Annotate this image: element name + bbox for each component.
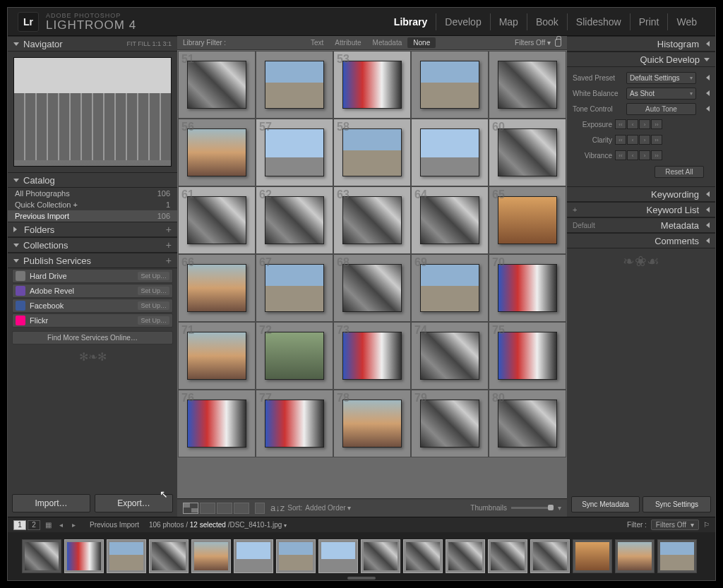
setup-button[interactable]: Set Up… [138,316,169,325]
filmstrip-cell[interactable] [191,539,231,573]
preset-collapse-icon[interactable] [703,75,710,80]
publish-service-item[interactable]: FacebookSet Up… [12,299,173,313]
navigator-header[interactable]: Navigator FIT FILL 1:1 3:1 [8,36,177,52]
sync-metadata-button[interactable]: Sync Metadata [571,496,640,512]
grid-cell[interactable]: 80 [489,390,566,457]
setup-button[interactable]: Set Up… [138,287,169,295]
flag-filter-icon[interactable]: ⚐ [703,521,710,529]
filmstrip-cell[interactable] [149,539,189,573]
module-slideshow[interactable]: Slideshow [568,13,631,30]
grid-cell[interactable]: 58 [333,119,411,186]
photo-thumbnail[interactable] [187,196,246,244]
filmstrip-cell[interactable] [446,539,485,573]
photo-thumbnail[interactable] [265,61,324,109]
catalog-item[interactable]: Previous Import106 [8,210,177,222]
exposure-stepper[interactable]: ‹‹‹››› [615,119,662,129]
photo-thumbnail[interactable] [187,400,246,448]
filmstrip-cell[interactable] [530,539,570,573]
filters-off-dropdown[interactable]: Filters Off ▾ [515,39,551,47]
photo-thumbnail[interactable] [420,264,479,312]
photo-thumbnail[interactable] [498,61,557,109]
painter-tool-button[interactable] [255,503,265,514]
compare-view-button[interactable] [217,503,232,514]
comments-header[interactable]: Comments [567,233,715,248]
grid-cell[interactable]: 79 [411,390,489,457]
photo-thumbnail[interactable] [342,400,402,448]
tone-collapse-icon[interactable] [703,106,710,112]
grid-cell[interactable]: 69 [411,254,489,322]
navigator-preview[interactable] [13,57,172,167]
whitebalance-dropdown[interactable]: As Shot [626,88,696,100]
filmstrip-handle[interactable] [347,577,376,580]
filter-tab-none[interactable]: None [407,37,436,48]
filmstrip-cell[interactable] [488,539,527,573]
photo-thumbnail[interactable] [342,61,402,109]
add-keyword-icon[interactable]: + [573,205,577,214]
filmstrip-cell[interactable] [234,539,273,573]
photo-thumbnail[interactable] [498,332,557,380]
sort-dropdown[interactable]: Added Order ▾ [305,504,351,512]
grid-cell[interactable]: 75 [489,322,566,390]
grid-cell[interactable]: 71 [178,322,256,390]
filter-tab-attribute[interactable]: Attribute [329,37,366,48]
module-map[interactable]: Map [491,13,527,30]
filmstrip-cell[interactable] [318,539,358,573]
photo-thumbnail[interactable] [498,196,557,244]
add-folder-icon[interactable]: + [166,224,172,235]
filmstrip[interactable] [8,532,715,580]
photo-thumbnail[interactable] [342,196,402,244]
grid-cell[interactable]: 65 [489,186,566,254]
metadata-preset-dropdown[interactable]: Default [573,222,595,229]
grid-icon[interactable]: ▦ [44,521,52,529]
publish-header[interactable]: Publish Services + [8,253,177,268]
publish-service-item[interactable]: Hard DriveSet Up… [12,269,173,283]
grid-cell[interactable]: 60 [489,119,566,186]
find-more-services-button[interactable]: Find More Services Online… [12,331,173,344]
add-publish-icon[interactable]: + [166,255,172,266]
catalog-item[interactable]: Quick Collection +1 [8,199,177,210]
vibrance-stepper[interactable]: ‹‹‹››› [615,150,662,160]
grid-cell[interactable]: 73 [333,322,411,390]
filmstrip-cell[interactable] [657,539,697,573]
folders-header[interactable]: Folders + [8,222,177,237]
photo-thumbnail[interactable] [420,332,479,380]
filmstrip-cell[interactable] [403,539,443,573]
grid-cell[interactable]: 51 [178,51,256,119]
grid-cell[interactable]: 56 [178,119,256,186]
filter-tab-text[interactable]: Text [305,37,329,48]
photo-thumbnail[interactable] [342,264,402,312]
keywording-header[interactable]: Keywording [567,186,715,202]
grid-cell[interactable]: 62 [256,186,333,254]
grid-cell[interactable]: 63 [333,186,411,254]
module-develop[interactable]: Develop [436,13,490,30]
grid-view-button[interactable] [183,503,198,514]
grid-cell[interactable]: 57 [256,119,333,186]
photo-thumbnail[interactable] [265,264,324,312]
catalog-item[interactable]: All Photographs106 [8,188,177,199]
grid-cell[interactable]: 76 [178,390,256,457]
photo-thumbnail[interactable] [420,128,479,176]
photo-thumbnail[interactable] [265,128,324,176]
photo-thumbnail[interactable] [265,332,324,380]
screen-2-button[interactable]: 2 [28,520,40,530]
screen-1-button[interactable]: 1 [13,520,26,530]
module-print[interactable]: Print [631,13,669,30]
filmstrip-cell[interactable] [573,539,612,573]
setup-button[interactable]: Set Up… [138,301,169,310]
wb-collapse-icon[interactable] [703,90,710,96]
catalog-header[interactable]: Catalog [8,172,177,188]
grid-cell[interactable]: 77 [256,390,333,457]
photo-thumbnail[interactable] [498,128,557,176]
sync-settings-button[interactable]: Sync Settings [643,496,711,512]
grid-cell[interactable]: 67 [256,254,333,322]
filmstrip-cell[interactable] [22,539,61,573]
grid-cell[interactable]: 53 [333,51,411,119]
grid-cell[interactable]: 78 [333,390,411,457]
photo-thumbnail[interactable] [420,400,479,448]
filmstrip-cell[interactable] [361,539,400,573]
photo-thumbnail[interactable] [187,128,246,176]
photo-thumbnail[interactable] [498,400,557,448]
grid-cell[interactable]: 66 [178,254,256,322]
photo-thumbnail[interactable] [420,61,479,109]
grid-cell[interactable]: 72 [256,322,333,390]
